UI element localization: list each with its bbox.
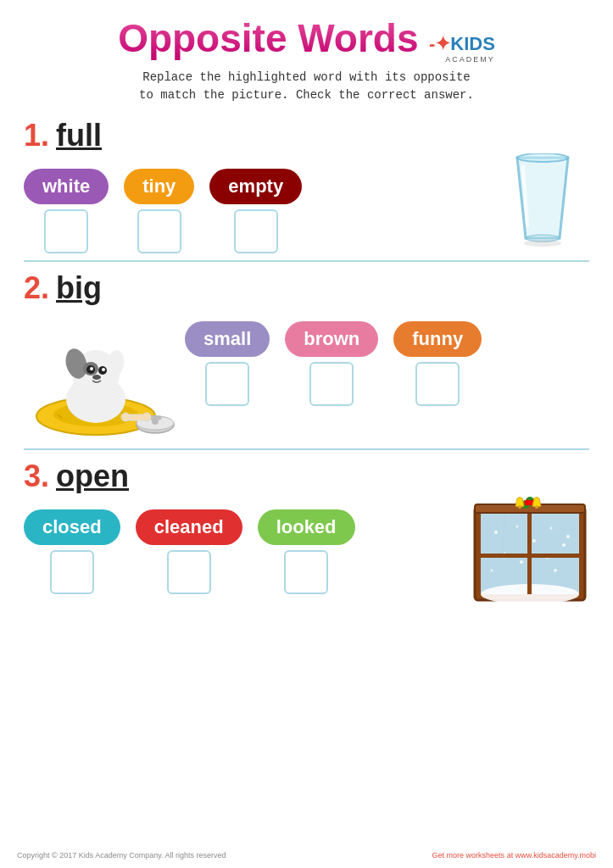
q3-option-1: closed [24,509,120,594]
q3-pill-closed[interactable]: closed [24,509,120,545]
q3-image-window [471,494,589,604]
svg-point-26 [158,415,162,420]
q3-pill-cleaned[interactable]: cleaned [136,509,242,545]
svg-point-44 [554,569,557,572]
svg-point-37 [550,526,553,529]
q2-pill-brown[interactable]: brown [285,321,378,357]
footer-left: Copyright © 2017 Kids Academy Company. A… [17,851,226,860]
q1-number: 1. [24,118,49,153]
svg-point-18 [90,367,93,370]
svg-point-25 [153,415,158,419]
q1-content: white tiny empty [24,162,589,253]
question-1-label: 1. full [24,118,589,153]
q1-option-2: tiny [124,169,194,253]
question-2-section: 2. big [0,262,613,448]
q1-image-glass [496,153,589,247]
svg-point-19 [102,368,105,371]
q1-word: full [56,118,102,153]
q1-option-3: empty [209,169,302,253]
q2-pill-small[interactable]: small [185,321,270,357]
q2-option-1: small [185,321,270,406]
svg-point-52 [525,499,531,505]
q3-checkbox-closed[interactable] [50,550,94,594]
svg-rect-46 [527,513,532,594]
footer-right: Get more worksheets at www.kidsacademy.m… [432,851,596,860]
q3-number: 3. [24,459,49,494]
q3-option-2: cleaned [136,509,242,594]
svg-point-20 [92,375,101,380]
svg-point-43 [491,569,493,571]
question-3-section: 3. open closed cleaned looked [0,450,613,611]
svg-point-35 [516,525,519,527]
q3-content: closed cleaned looked [24,503,589,604]
svg-point-55 [535,505,538,509]
svg-point-40 [520,560,523,564]
q2-image-dog [24,314,176,442]
q1-options: white tiny empty [24,169,302,253]
page-header: Opposite Words -✦KIDS ACADEMY Replace th… [0,0,613,109]
q2-option-3: funny [393,321,482,406]
q1-option-1: white [24,169,109,253]
q1-pill-tiny[interactable]: tiny [124,169,194,204]
q1-pill-white[interactable]: white [24,169,109,204]
question-3-label: 3. open [24,459,589,494]
q2-word: big [56,270,102,306]
q3-checkbox-looked[interactable] [284,550,328,594]
academy-label: ACADEMY [429,55,495,64]
svg-point-0 [517,153,568,162]
q1-checkbox-empty[interactable] [234,209,278,253]
svg-point-29 [142,413,151,421]
q2-options: small brown funny [185,321,482,406]
q3-option-3: looked [258,509,355,594]
q3-word: open [56,459,129,494]
page-footer: Copyright © 2017 Kids Academy Company. A… [0,851,613,860]
svg-point-34 [494,531,498,534]
q1-checkbox-white[interactable] [44,209,88,253]
q2-checkbox-small[interactable] [205,362,249,406]
q3-checkbox-cleaned[interactable] [167,550,211,594]
logo: -✦KIDS ACADEMY [429,33,495,64]
svg-point-2 [524,240,561,247]
q2-pill-funny[interactable]: funny [393,321,482,357]
page-title: Opposite Words [118,15,418,61]
q3-pill-looked[interactable]: looked [258,509,355,545]
q2-checkbox-brown[interactable] [309,362,354,406]
subtitle: Replace the highlighted word with its op… [17,69,596,104]
svg-point-38 [562,543,566,547]
q2-checkbox-funny[interactable] [415,362,460,406]
svg-point-36 [532,539,536,542]
svg-point-42 [566,535,570,538]
q1-pill-empty[interactable]: empty [209,169,302,204]
q3-options: closed cleaned looked [24,509,355,594]
q2-option-2: brown [285,321,378,406]
svg-point-28 [121,413,130,421]
question-2-label: 2. big [24,270,589,306]
svg-point-54 [518,505,521,509]
svg-rect-48 [475,504,585,513]
q1-checkbox-tiny[interactable] [137,209,181,253]
q2-number: 2. [24,270,49,306]
q2-content: small brown funny [24,314,589,442]
question-1-section: 1. full white tiny empty [0,109,613,260]
